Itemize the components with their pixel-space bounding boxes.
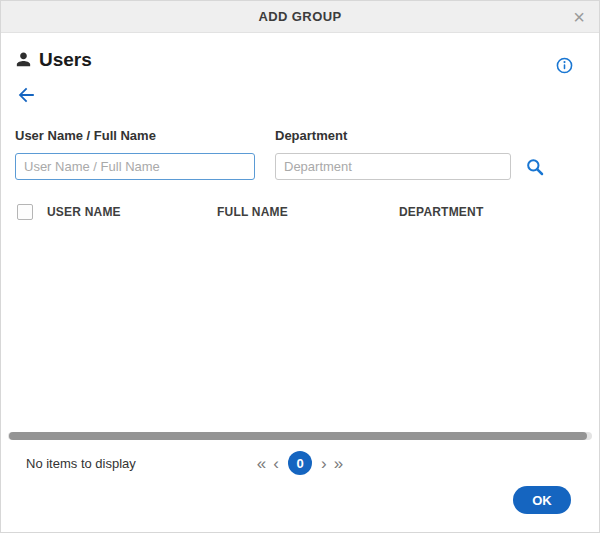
department-input[interactable]: [275, 153, 511, 180]
horizontal-scrollbar-thumb[interactable]: [9, 432, 587, 440]
pagination-row: No items to display « ‹ 0 › »: [1, 450, 599, 476]
pager: « ‹ 0 › »: [257, 451, 343, 475]
close-icon[interactable]: ×: [569, 7, 589, 27]
footer-actions: OK: [513, 486, 571, 514]
dialog-title: ADD GROUP: [258, 9, 341, 24]
dialog-titlebar: ADD GROUP ×: [1, 1, 599, 33]
department-field-group: Department: [275, 128, 511, 180]
table-header-row: USER NAME FULL NAME DEPARTMENT: [15, 204, 585, 220]
department-label: Department: [275, 128, 511, 143]
column-header-department: DEPARTMENT: [399, 205, 549, 219]
person-icon: [15, 51, 32, 68]
search-icon[interactable]: [525, 157, 545, 177]
back-arrow-icon[interactable]: [15, 84, 37, 106]
next-page-icon[interactable]: ›: [321, 455, 327, 472]
current-page-badge[interactable]: 0: [288, 451, 312, 475]
column-header-username: USER NAME: [47, 205, 217, 219]
username-label: User Name / Full Name: [15, 128, 255, 143]
prev-page-icon[interactable]: ‹: [273, 455, 279, 472]
horizontal-scrollbar-track: [8, 432, 592, 440]
empty-message: No items to display: [26, 456, 136, 471]
panel-title: Users: [39, 49, 92, 71]
back-row: [15, 84, 585, 110]
search-form: User Name / Full Name Department: [15, 128, 585, 180]
select-all-checkbox[interactable]: [17, 204, 33, 220]
ok-button[interactable]: OK: [513, 486, 571, 514]
info-icon[interactable]: [556, 57, 573, 74]
last-page-icon[interactable]: »: [334, 455, 343, 472]
add-group-dialog: ADD GROUP × Users: [0, 0, 600, 533]
dialog-content: Users User Name / Full Name: [1, 33, 599, 220]
first-page-icon[interactable]: «: [257, 455, 266, 472]
username-input[interactable]: [15, 153, 255, 180]
username-field-group: User Name / Full Name: [15, 128, 255, 180]
users-header: Users: [15, 45, 585, 74]
column-header-fullname: FULL NAME: [217, 205, 399, 219]
